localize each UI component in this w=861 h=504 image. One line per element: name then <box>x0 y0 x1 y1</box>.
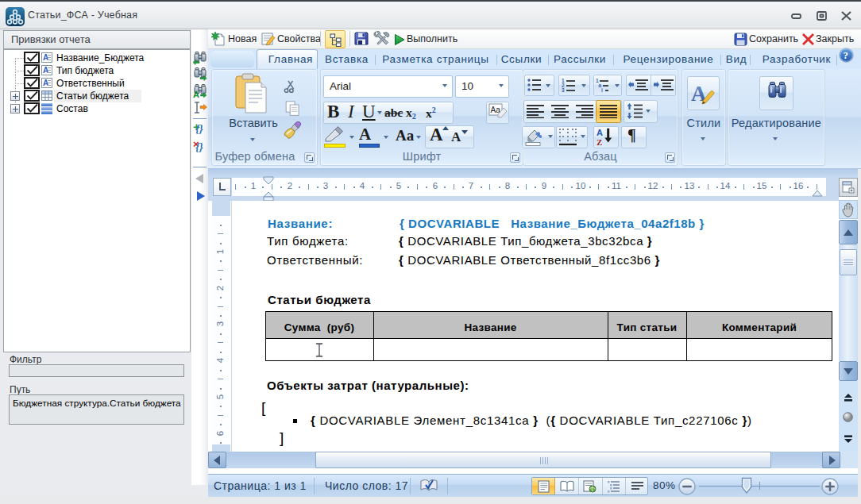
svg-text:А: А <box>597 128 603 137</box>
svg-text:?: ? <box>844 49 849 61</box>
svg-text:Aa: Aa <box>491 106 501 114</box>
svg-text:A: A <box>193 90 199 98</box>
svg-text:Z: Z <box>597 137 602 147</box>
svg-text:i: i <box>601 87 603 92</box>
svg-text:3: 3 <box>562 87 565 92</box>
